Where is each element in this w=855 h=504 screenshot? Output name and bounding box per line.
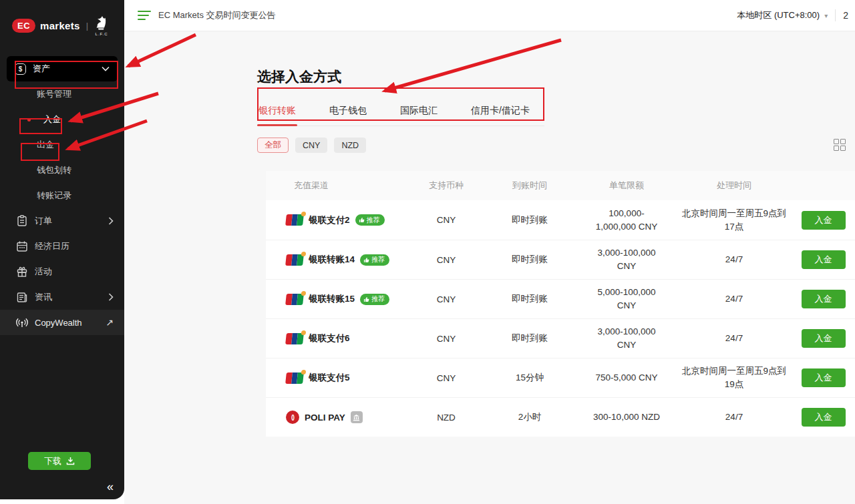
col-header-arrival: 到账时间	[512, 180, 547, 192]
channel-name: 银联转账15	[309, 293, 355, 305]
sidebar-item-transfer-records[interactable]: 转账记录	[0, 183, 124, 208]
currency-cell: CNY	[437, 373, 456, 383]
recommended-badge: 推荐	[360, 294, 389, 305]
recommended-badge: 推荐	[360, 254, 389, 266]
sidebar-item-label: 资讯	[35, 291, 52, 303]
download-label: 下载	[44, 455, 61, 467]
col-header-channel: 充值渠道	[266, 180, 409, 192]
limit-cell: 750-5,000 CNY	[595, 371, 657, 385]
sidebar-item-label: 资产	[33, 63, 50, 75]
arrival-cell: 即时到账	[512, 293, 548, 305]
processing-cell: 北京时间周一至周五9点到19点	[677, 364, 792, 391]
sidebar-item-economic-calendar[interactable]: 经济日历	[0, 234, 124, 259]
tab-e-wallet[interactable]: 电子钱包	[328, 97, 368, 125]
assets-icon: $	[15, 63, 26, 75]
table-row: () POLI PAY NZD 2小时 300-10,000 NZD 24/7 …	[266, 397, 855, 437]
sidebar-item-deposit[interactable]: 入金	[0, 107, 124, 132]
sidebar-item-label: CopyWealth	[35, 318, 82, 328]
deposit-button[interactable]: 入金	[802, 408, 846, 427]
filter-cny[interactable]: CNY	[295, 138, 327, 153]
sidebar-item-label: 经济日历	[35, 240, 69, 252]
thumb-up-icon	[363, 257, 369, 263]
topbar-divider	[835, 9, 836, 21]
sidebar-item-label: 钱包划转	[37, 164, 71, 176]
unionpay-logo-icon	[285, 372, 304, 384]
sidebar-item-label: 活动	[35, 266, 52, 278]
table-row: 银联支付6 CNY 即时到账 3,000-100,000 CNY 24/7 入金	[266, 318, 855, 358]
sidebar-item-label: 出金	[37, 139, 54, 151]
brand-logo: EC markets | L.F.C	[0, 0, 124, 41]
lfc-label: L.F.C	[96, 32, 108, 36]
processing-cell: 24/7	[723, 292, 745, 306]
calendar-icon	[16, 240, 28, 252]
arrival-cell: 即时到账	[512, 214, 548, 226]
chevron-right-icon	[108, 217, 114, 225]
sidebar-item-news[interactable]: 资讯	[0, 284, 124, 310]
col-header-currency: 支持币种	[429, 180, 464, 192]
unionpay-logo-icon	[285, 333, 304, 344]
external-link-icon: ↗	[106, 317, 114, 328]
unionpay-logo-icon	[285, 254, 304, 266]
sidebar-item-label: 订单	[35, 215, 52, 227]
page-title: 选择入金方式	[257, 67, 855, 86]
limit-cell: 100,000-1,000,000 CNY	[589, 207, 664, 233]
currency-cell: CNY	[437, 334, 456, 344]
arrival-cell: 2小时	[518, 411, 542, 423]
sidebar-item-copywealth[interactable]: CopyWealth ↗	[0, 310, 124, 335]
poli-logo-icon: ()	[286, 411, 299, 424]
sidebar-item-withdraw[interactable]: 出金	[0, 132, 124, 158]
arrival-cell: 15分钟	[516, 372, 544, 384]
deposit-button[interactable]: 入金	[802, 329, 846, 348]
table-row: 银联支付2 推荐 CNY 即时到账 100,000-1,000,000 CNY …	[266, 200, 855, 240]
download-button[interactable]: 下载	[28, 452, 91, 470]
caret-down-icon: ▾	[824, 12, 828, 19]
menu-toggle-icon[interactable]	[138, 11, 151, 21]
sidebar-menu: $ 资产 账号管理 入金 出金 钱包划转 转账记录	[0, 56, 124, 335]
filter-all[interactable]: 全部	[257, 138, 289, 153]
currency-cell: CNY	[437, 215, 456, 225]
sidebar-item-wallet-transfer[interactable]: 钱包划转	[0, 158, 124, 183]
arrival-cell: 即时到账	[512, 254, 548, 266]
topbar-clipped-text: 2	[843, 10, 848, 21]
tab-international-wire[interactable]: 国际电汇	[399, 97, 439, 125]
bank-badge-icon	[351, 411, 363, 423]
table-row: 银联转账15 推荐 CNY 即时到账 5,000-100,000 CNY 24/…	[266, 279, 855, 318]
channel-name: 银联支付5	[309, 372, 350, 384]
liver-bird-icon	[94, 15, 109, 31]
sidebar-item-orders[interactable]: 订单	[0, 208, 124, 234]
tab-bank-transfer[interactable]: 银行转账	[257, 97, 297, 125]
grid-view-icon[interactable]	[834, 139, 846, 151]
sidebar-item-account-management[interactable]: 账号管理	[0, 81, 124, 107]
limit-cell: 3,000-100,000 CNY	[589, 246, 664, 272]
deposit-button[interactable]: 入金	[802, 290, 846, 308]
sidebar-item-promotions[interactable]: 活动	[0, 259, 124, 284]
deposit-button[interactable]: 入金	[802, 211, 846, 230]
unionpay-logo-icon	[285, 214, 304, 226]
tab-credit-debit-card[interactable]: 信用卡/借记卡	[470, 97, 531, 125]
announcement-link[interactable]: EC Markets 交易时间变更公告	[158, 9, 276, 21]
arrival-cell: 即时到账	[512, 332, 548, 344]
table-row: 银联转账14 推荐 CNY 即时到账 3,000-100,000 CNY 24/…	[266, 240, 855, 279]
col-header-limit: 单笔限额	[609, 180, 644, 192]
timezone-selector[interactable]: 本地时区 (UTC+8:00) ▾	[737, 9, 834, 21]
unionpay-logo-icon	[285, 294, 304, 305]
sidebar-item-assets[interactable]: $ 资产	[7, 56, 118, 81]
sidebar-collapse-button[interactable]: «	[107, 480, 114, 494]
news-icon	[16, 291, 28, 303]
clipboard-icon	[16, 215, 28, 227]
channel-name: POLI PAY	[305, 413, 345, 423]
sidebar-item-label: 入金	[43, 113, 61, 125]
brand-wordmark: markets	[40, 20, 80, 31]
currency-cell: NZD	[437, 413, 456, 423]
deposit-button[interactable]: 入金	[802, 250, 846, 269]
deposit-button[interactable]: 入金	[802, 368, 846, 387]
sidebar-item-label: 账号管理	[37, 88, 71, 100]
processing-cell: 24/7	[723, 253, 745, 266]
processing-cell: 24/7	[723, 411, 745, 424]
sidebar-item-label: 转账记录	[37, 190, 71, 202]
deposit-method-tabs: 银行转账 电子钱包 国际电汇 信用卡/借记卡	[257, 97, 544, 126]
col-header-processing: 处理时间	[717, 180, 751, 192]
filter-nzd[interactable]: NZD	[334, 138, 366, 153]
channel-name: 银联支付6	[309, 332, 350, 344]
ec-logo-badge: EC	[12, 19, 35, 33]
